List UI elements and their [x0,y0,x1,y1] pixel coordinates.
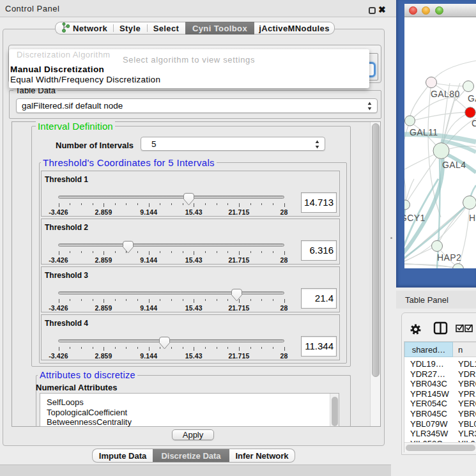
svg-text:GAL11: GAL11 [410,127,438,137]
svg-text:GAL80: GAL80 [431,89,460,99]
svg-text:GAL4: GAL4 [442,160,466,170]
svg-text:HAP2: HAP2 [437,252,461,263]
svg-text:GA: GA [468,93,476,104]
svg-text:C: C [472,118,476,128]
svg-text:H: H [469,213,476,223]
svg-text:GCY1: GCY1 [404,213,426,223]
